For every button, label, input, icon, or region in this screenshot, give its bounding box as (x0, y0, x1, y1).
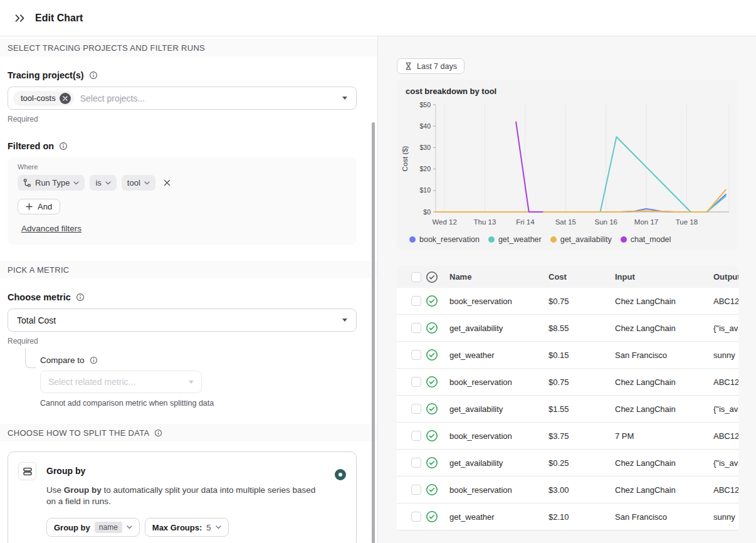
cell-output: {"is_ava (713, 404, 738, 414)
cell-output: ABC123 (713, 431, 738, 441)
table-row[interactable]: get_weather$2.10San Franciscosunny (397, 503, 738, 530)
column-header-cost[interactable]: Cost (549, 272, 615, 282)
project-tag: tool-costs (13, 91, 74, 106)
cell-name: book_reservation (442, 377, 549, 387)
filter-operator-dropdown[interactable]: is (90, 175, 116, 191)
projects-select[interactable]: tool-costs Select projects... (8, 87, 357, 110)
required-hint: Required (8, 337, 357, 345)
table-row[interactable]: book_reservation$3.757 PMABC123 (397, 423, 738, 450)
status-success-icon (426, 295, 438, 307)
group-by-card[interactable]: Group by Use Group by to automatically s… (8, 451, 357, 543)
table-row[interactable]: get_availability$1.55Chez LangChain{"is_… (397, 396, 738, 423)
table-header-row: Name Cost Input Output (397, 266, 738, 288)
advanced-filters-link[interactable]: Advanced filters (21, 224, 81, 233)
chart-legend: book_reservationget_weatherget_availabil… (397, 235, 738, 244)
cell-cost: $3.00 (549, 485, 615, 495)
filter-field-value: Run Type (35, 178, 70, 187)
cell-name: get_weather (442, 512, 549, 522)
cell-output: ABC123 (713, 485, 738, 495)
row-checkbox[interactable] (411, 296, 421, 306)
table-row[interactable]: book_reservation$0.75Chez LangChainABC12… (397, 288, 738, 315)
legend-label: book_reservation (419, 235, 480, 244)
cell-name: get_availability (442, 324, 549, 333)
status-success-icon (426, 456, 438, 469)
table-row[interactable]: get_availability$0.25Chez LangChain{"is_… (397, 450, 738, 477)
group-by-field-dropdown[interactable]: Group by name (46, 518, 140, 537)
legend-dot-icon (488, 236, 495, 243)
legend-item-get_weather[interactable]: get_weather (488, 235, 542, 244)
add-and-filter-button[interactable]: And (18, 199, 60, 214)
filter-value-dropdown[interactable]: tool (122, 175, 155, 191)
caret-down-icon (342, 319, 347, 322)
column-header-input[interactable]: Input (615, 272, 713, 282)
section-pick-metric: PICK A METRIC (0, 261, 377, 278)
preview-panel: Last 7 days cost breakdown by tool $0$10… (378, 36, 756, 543)
svg-text:$10: $10 (419, 186, 431, 194)
cell-output: {"is_ava (713, 458, 738, 468)
hourglass-icon (404, 62, 412, 70)
left-panel-scrollbar[interactable] (372, 122, 375, 543)
time-range-button[interactable]: Last 7 days (397, 58, 465, 74)
cell-input: Chez LangChain (615, 404, 713, 414)
remove-filter-icon[interactable] (162, 177, 173, 189)
filter-field-dropdown[interactable]: Run Type (18, 175, 85, 191)
legend-item-get_availability[interactable]: get_availability (550, 235, 612, 244)
row-checkbox[interactable] (411, 350, 421, 360)
group-by-radio[interactable] (335, 469, 346, 480)
max-groups-dropdown[interactable]: Max Groups: 5 (145, 518, 229, 537)
section-title: PICK A METRIC (8, 265, 70, 275)
table-row[interactable]: get_weather$0.15San Franciscosunny (397, 342, 738, 369)
row-checkbox[interactable] (411, 512, 421, 522)
row-checkbox[interactable] (411, 458, 421, 468)
status-success-icon (426, 322, 438, 334)
cell-name: book_reservation (442, 485, 549, 495)
column-header-name[interactable]: Name (442, 272, 549, 282)
group-by-title: Group by (46, 466, 85, 476)
cell-input: 7 PM (615, 431, 713, 441)
info-icon[interactable] (90, 356, 98, 364)
legend-label: get_weather (498, 235, 542, 244)
page-title: Edit Chart (35, 13, 83, 24)
info-icon[interactable] (76, 293, 85, 302)
select-all-checkbox[interactable] (411, 272, 421, 282)
cell-input: Chez LangChain (615, 297, 713, 306)
legend-item-chat_model[interactable]: chat_model (621, 235, 671, 244)
series-get_weather (436, 137, 726, 212)
info-icon[interactable] (59, 142, 68, 150)
chart-title: cost breakdown by tool (397, 87, 738, 96)
top-header: Edit Chart (0, 0, 756, 36)
table-row[interactable]: book_reservation$3.00Chez LangChainABC12… (397, 477, 738, 503)
row-checkbox[interactable] (411, 323, 421, 333)
cell-input: San Francisco (615, 512, 713, 522)
row-checkbox[interactable] (411, 485, 421, 495)
cell-input: Chez LangChain (615, 485, 713, 495)
group-by-icon (18, 462, 36, 480)
info-icon[interactable] (89, 71, 98, 80)
cell-cost: $0.25 (549, 458, 615, 468)
remove-project-icon[interactable] (60, 93, 71, 104)
cell-cost: $0.75 (549, 377, 615, 387)
cell-output: sunny (713, 512, 738, 522)
section-title: SELECT TRACING PROJECTS AND FILTER RUNS (8, 43, 205, 53)
collapse-panel-button[interactable] (11, 9, 29, 27)
run-type-icon (23, 179, 31, 187)
filter-builder: Where Run Type is (8, 157, 357, 245)
row-checkbox[interactable] (411, 377, 421, 387)
filter-operator-value: is (95, 178, 101, 187)
chevron-down-icon (216, 525, 221, 529)
metric-select-value: Total Cost (17, 315, 56, 325)
cell-name: book_reservation (442, 297, 549, 306)
cell-output: ABC123 (713, 297, 738, 306)
chevron-down-icon (127, 525, 132, 529)
row-checkbox[interactable] (411, 431, 421, 441)
column-header-output[interactable]: Output (713, 272, 738, 282)
info-icon[interactable] (154, 429, 162, 437)
cost-line-chart[interactable]: $0$10$20$30$40$50Wed 12Thu 13Fri 14Sat 1… (397, 97, 738, 230)
row-checkbox[interactable] (411, 404, 421, 414)
svg-text:Mon 17: Mon 17 (634, 218, 658, 226)
table-row[interactable]: get_availability$8.55Chez LangChain{"is_… (397, 315, 738, 342)
cell-output: ABC123 (713, 377, 738, 387)
table-row[interactable]: book_reservation$0.75Chez LangChainABC12… (397, 369, 738, 396)
legend-item-book_reservation[interactable]: book_reservation (409, 235, 480, 244)
metric-select[interactable]: Total Cost (8, 308, 357, 332)
